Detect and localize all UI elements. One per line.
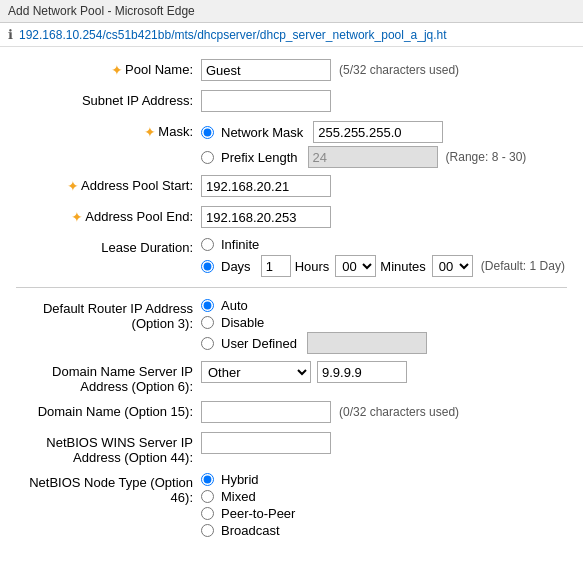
hours-label: Hours — [295, 259, 330, 274]
wins-controls — [201, 432, 567, 454]
pool-name-row: ✦ Pool Name: (5/32 characters used) — [16, 59, 567, 83]
domain-name-row: Domain Name (Option 15): (0/32 character… — [16, 401, 567, 425]
dns-label: Domain Name Server IP Address (Option 6)… — [16, 361, 201, 394]
lease-duration-row: Lease Duration: Infinite Days Hours 00 — [16, 237, 567, 277]
dns-controls: Other Auto Disable — [201, 361, 567, 383]
form-section: ✦ Pool Name: (5/32 characters used) Subn… — [16, 59, 567, 538]
address-url: 192.168.10.254/cs51b421bb/mts/dhcpserver… — [19, 28, 447, 42]
node-broadcast-label[interactable]: Broadcast — [221, 523, 280, 538]
mixed-row: Mixed — [201, 489, 301, 504]
dns-select[interactable]: Other Auto Disable — [201, 361, 311, 383]
hybrid-row: Hybrid — [201, 472, 301, 487]
required-star-pool: ✦ — [111, 62, 123, 78]
pool-start-label: ✦ Address Pool Start: — [16, 175, 201, 194]
node-broadcast-radio[interactable] — [201, 524, 214, 537]
days-radio[interactable] — [201, 260, 214, 273]
network-mask-row: Network Mask — [201, 121, 526, 143]
user-defined-row: User Defined — [201, 332, 427, 354]
address-bar: ℹ 192.168.10.254/cs51b421bb/mts/dhcpserv… — [0, 23, 583, 47]
netbios-node-group: Hybrid Mixed Peer-to-Peer Broadcast — [201, 472, 301, 538]
title-text: Add Network Pool - Microsoft Edge — [8, 4, 195, 18]
netbios-node-controls: Hybrid Mixed Peer-to-Peer Broadcast — [201, 472, 567, 538]
days-input[interactable] — [261, 255, 291, 277]
infinite-row: Infinite — [201, 237, 565, 252]
pool-start-controls — [201, 175, 567, 197]
subnet-ip-controls — [201, 90, 567, 112]
wins-row: NetBIOS WINS Server IP Address (Option 4… — [16, 432, 567, 465]
router-userdefined-label[interactable]: User Defined — [221, 336, 297, 351]
wins-input[interactable] — [201, 432, 331, 454]
default-router-radio-group: Auto Disable User Defined — [201, 298, 427, 354]
required-star-end: ✦ — [71, 209, 83, 225]
subnet-ip-row: Subnet IP Address: — [16, 90, 567, 114]
domain-name-hint: (0/32 characters used) — [339, 405, 459, 419]
node-mixed-label[interactable]: Mixed — [221, 489, 256, 504]
required-star-mask: ✦ — [144, 124, 156, 140]
node-hybrid-radio[interactable] — [201, 473, 214, 486]
pool-name-label: ✦ Pool Name: — [16, 59, 201, 78]
node-hybrid-label[interactable]: Hybrid — [221, 472, 259, 487]
title-bar: Add Network Pool - Microsoft Edge — [0, 0, 583, 23]
main-content: ✦ Pool Name: (5/32 characters used) Subn… — [0, 47, 583, 557]
prefix-length-row: Prefix Length (Range: 8 - 30) — [201, 146, 526, 168]
info-icon: ℹ — [8, 27, 13, 42]
router-disable-label[interactable]: Disable — [221, 315, 264, 330]
lease-hint: (Default: 1 Day) — [481, 259, 565, 273]
network-mask-radio[interactable] — [201, 126, 214, 139]
router-auto-label[interactable]: Auto — [221, 298, 248, 313]
mask-label: ✦ Mask: — [16, 121, 201, 140]
netbios-node-label: NetBIOS Node Type (Option 46): — [16, 472, 201, 505]
lease-duration-label: Lease Duration: — [16, 237, 201, 255]
disable-row: Disable — [201, 315, 427, 330]
pool-name-controls: (5/32 characters used) — [201, 59, 567, 81]
infinite-label[interactable]: Infinite — [221, 237, 259, 252]
domain-name-input[interactable] — [201, 401, 331, 423]
netbios-node-row: NetBIOS Node Type (Option 46): Hybrid Mi… — [16, 472, 567, 538]
auto-row: Auto — [201, 298, 427, 313]
subnet-ip-label: Subnet IP Address: — [16, 90, 201, 108]
pool-end-controls — [201, 206, 567, 228]
pool-name-hint: (5/32 characters used) — [339, 63, 459, 77]
lease-group: Infinite Days Hours 00 01 02 Minutes — [201, 237, 565, 277]
network-mask-input[interactable] — [313, 121, 443, 143]
pool-end-row: ✦ Address Pool End: — [16, 206, 567, 230]
prefix-length-hint: (Range: 8 - 30) — [446, 150, 527, 164]
dns-ip-input[interactable] — [317, 361, 407, 383]
node-p2p-label[interactable]: Peer-to-Peer — [221, 506, 295, 521]
hours-select[interactable]: 00 01 02 — [335, 255, 376, 277]
node-p2p-radio[interactable] — [201, 507, 214, 520]
prefix-length-radio[interactable] — [201, 151, 214, 164]
divider — [16, 287, 567, 288]
dns-inner-row: Other Auto Disable — [201, 361, 407, 383]
infinite-radio[interactable] — [201, 238, 214, 251]
router-userdefined-input[interactable] — [307, 332, 427, 354]
broadcast-row: Broadcast — [201, 523, 301, 538]
node-mixed-radio[interactable] — [201, 490, 214, 503]
pool-end-input[interactable] — [201, 206, 331, 228]
domain-name-label: Domain Name (Option 15): — [16, 401, 201, 419]
pool-start-row: ✦ Address Pool Start: — [16, 175, 567, 199]
default-router-controls: Auto Disable User Defined — [201, 298, 567, 354]
subnet-ip-input[interactable] — [201, 90, 331, 112]
pool-name-input[interactable] — [201, 59, 331, 81]
mask-controls: Network Mask Prefix Length (Range: 8 - 3… — [201, 121, 567, 168]
mask-group: Network Mask Prefix Length (Range: 8 - 3… — [201, 121, 526, 168]
prefix-length-input — [308, 146, 438, 168]
required-star-start: ✦ — [67, 178, 79, 194]
prefix-length-radio-label[interactable]: Prefix Length — [221, 150, 298, 165]
pool-start-input[interactable] — [201, 175, 331, 197]
domain-name-controls: (0/32 characters used) — [201, 401, 567, 423]
router-disable-radio[interactable] — [201, 316, 214, 329]
dns-row: Domain Name Server IP Address (Option 6)… — [16, 361, 567, 394]
peer-to-peer-row: Peer-to-Peer — [201, 506, 301, 521]
network-mask-radio-label[interactable]: Network Mask — [221, 125, 303, 140]
minutes-label: Minutes — [380, 259, 426, 274]
router-userdefined-radio[interactable] — [201, 337, 214, 350]
days-row: Days Hours 00 01 02 Minutes 00 15 30 — [201, 255, 565, 277]
default-router-row: Default Router IP Address (Option 3): Au… — [16, 298, 567, 354]
router-auto-radio[interactable] — [201, 299, 214, 312]
lease-duration-controls: Infinite Days Hours 00 01 02 Minutes — [201, 237, 567, 277]
pool-end-label: ✦ Address Pool End: — [16, 206, 201, 225]
days-label[interactable]: Days — [221, 259, 251, 274]
minutes-select[interactable]: 00 15 30 45 — [432, 255, 473, 277]
